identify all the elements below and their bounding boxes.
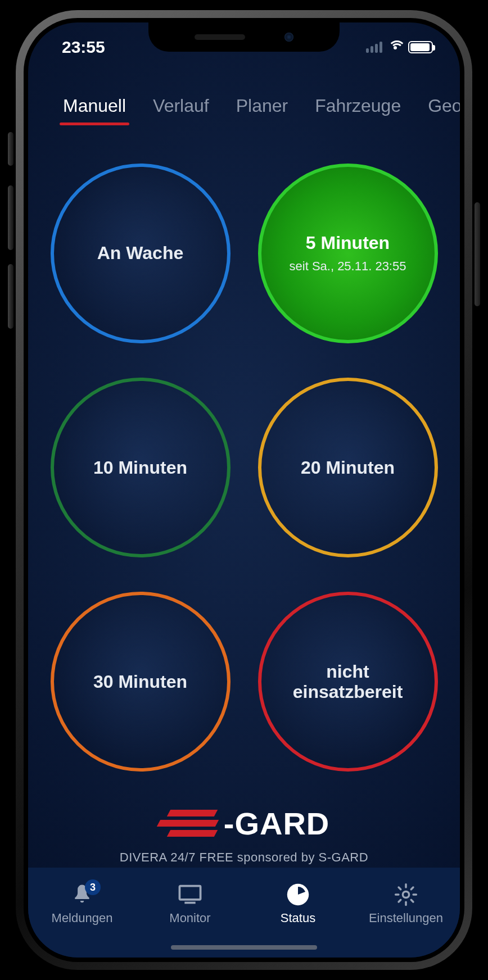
statusbar-time: 23:55: [62, 38, 105, 57]
phone-notch: [148, 22, 340, 52]
phone-side-button: [8, 132, 13, 166]
svg-line-8: [399, 887, 401, 890]
status-option-title: 5 Minuten: [306, 233, 390, 253]
sgard-logo: -GARD: [159, 805, 330, 842]
svg-line-9: [411, 900, 413, 902]
svg-rect-0: [179, 886, 200, 900]
clock-icon: [286, 883, 310, 906]
phone-side-button: [8, 185, 13, 250]
phone-side-button: [475, 202, 480, 306]
status-option-title: nicht einsatzbereit: [273, 661, 423, 703]
nav-badge: 3: [85, 879, 101, 895]
status-option-5-minuten[interactable]: 5 Minuten seit Sa., 25.11. 23:55: [258, 164, 438, 343]
phone-side-button: [8, 264, 13, 329]
status-option-title: 30 Minuten: [93, 672, 187, 692]
tab-geofence[interactable]: Geofer: [414, 90, 460, 125]
gear-icon: [394, 883, 418, 906]
nav-label: Meldungen: [52, 911, 113, 925]
sponsor-area: -GARD DIVERA 24/7 FREE sponsored by S-GA…: [28, 805, 460, 865]
status-option-title: 10 Minuten: [93, 457, 187, 478]
status-option-an-wache[interactable]: An Wache: [51, 164, 231, 343]
sgard-stripes-icon: [159, 806, 217, 840]
status-option-subtitle: seit Sa., 25.11. 23:55: [290, 259, 406, 274]
bottom-nav: 3 Meldungen Monitor: [28, 868, 460, 958]
nav-monitor[interactable]: Monitor: [136, 868, 244, 941]
tab-verlauf[interactable]: Verlauf: [139, 90, 223, 125]
phone-frame: 23:55 Manuell Verlauf Planer Fahrzeuge G…: [16, 10, 472, 970]
sgard-prefix: -: [224, 806, 235, 841]
nav-status[interactable]: Status: [244, 868, 352, 941]
status-option-title: 20 Minuten: [301, 457, 395, 478]
nav-label: Status: [281, 911, 315, 925]
tab-planer[interactable]: Planer: [223, 90, 302, 125]
status-option-nicht-einsatzbereit[interactable]: nicht einsatzbereit: [258, 592, 438, 772]
sgard-brand: GARD: [234, 806, 329, 841]
tab-fahrzeuge[interactable]: Fahrzeuge: [301, 90, 414, 125]
status-option-title: An Wache: [97, 243, 184, 264]
nav-einstellungen[interactable]: Einstellungen: [352, 868, 460, 941]
battery-icon: [408, 41, 433, 53]
svg-line-10: [399, 900, 401, 902]
nav-label: Monitor: [169, 911, 210, 925]
nav-label: Einstellungen: [369, 911, 443, 925]
home-indicator[interactable]: [171, 945, 317, 950]
svg-line-11: [411, 887, 413, 890]
status-option-20-minuten[interactable]: 20 Minuten: [258, 378, 438, 557]
status-option-10-minuten[interactable]: 10 Minuten: [51, 378, 231, 557]
status-option-30-minuten[interactable]: 30 Minuten: [51, 592, 231, 772]
svg-point-3: [403, 891, 409, 897]
nav-meldungen[interactable]: 3 Meldungen: [28, 868, 136, 941]
top-tabs: Manuell Verlauf Planer Fahrzeuge Geofer: [28, 90, 460, 125]
bell-icon: 3: [70, 883, 94, 906]
cellular-signal-icon: [366, 42, 382, 53]
monitor-icon: [178, 883, 202, 906]
wifi-icon: [388, 42, 403, 53]
tab-manuell[interactable]: Manuell: [49, 90, 139, 125]
status-grid: An Wache 5 Minuten seit Sa., 25.11. 23:5…: [28, 146, 460, 789]
sponsor-tagline: DIVERA 24/7 FREE sponsored by S-GARD: [28, 850, 460, 865]
